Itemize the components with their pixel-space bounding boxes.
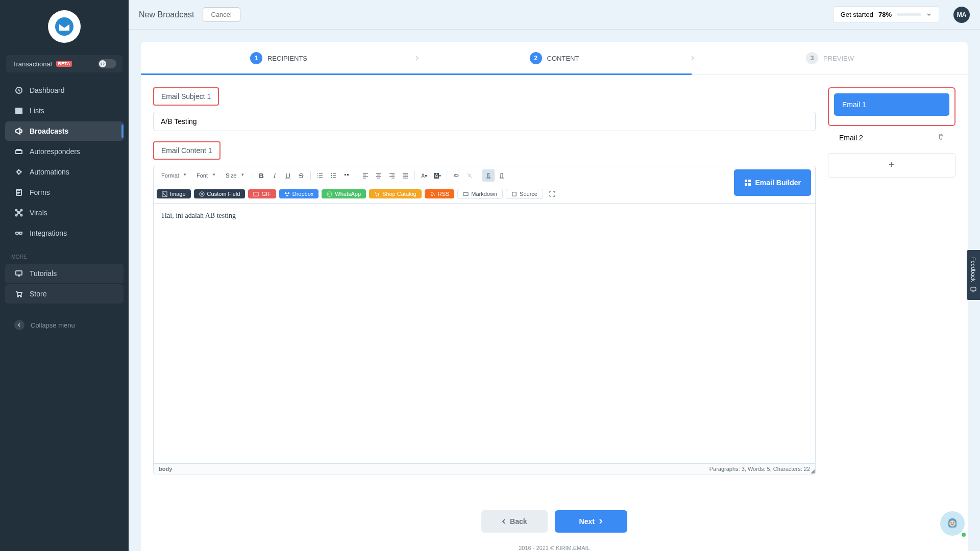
transactional-toggle[interactable]	[98, 59, 116, 68]
chat-widget[interactable]	[940, 511, 968, 539]
transactional-toggle-bar[interactable]: Transactional BETA	[6, 55, 122, 72]
unlink-button[interactable]	[463, 169, 476, 182]
virals-icon	[14, 208, 23, 217]
svg-point-27	[201, 193, 203, 195]
sidebar-item-forms[interactable]: Forms	[5, 183, 124, 202]
email-tab-label: Email 1	[842, 101, 866, 109]
sidebar-item-broadcasts[interactable]: Broadcasts	[5, 121, 124, 141]
whatsapp-button[interactable]: WhatsApp	[322, 189, 366, 198]
expand-icon	[549, 191, 555, 197]
transactional-label: Transactional	[12, 60, 52, 68]
source-button[interactable]: Source	[506, 189, 543, 199]
rss-button[interactable]: RSS	[425, 189, 455, 198]
toolbar-separator	[447, 171, 447, 180]
markdown-button[interactable]: Markdown	[457, 189, 503, 199]
svg-point-39	[953, 522, 954, 523]
email-builder-button[interactable]: Email Builder	[734, 169, 811, 196]
app-logo[interactable]	[48, 10, 81, 43]
align-right-button[interactable]	[386, 169, 398, 182]
step-preview[interactable]: 3 PREVIEW	[692, 42, 968, 74]
cancel-button[interactable]: Cancel	[203, 7, 240, 22]
align-center-button[interactable]	[373, 169, 385, 182]
sidebar-item-tutorials[interactable]: Tutorials	[5, 264, 124, 283]
ordered-list-button[interactable]	[314, 169, 326, 182]
strikethrough-button[interactable]: S	[295, 169, 307, 182]
format-select[interactable]: Format	[157, 170, 189, 181]
lists-icon	[14, 106, 23, 115]
align-justify-button[interactable]	[399, 169, 411, 182]
step-label: PREVIEW	[823, 55, 854, 62]
dropbox-button[interactable]: Dropbox	[279, 189, 319, 198]
feedback-tab[interactable]: Feedback	[967, 250, 980, 300]
svg-point-32	[431, 195, 432, 196]
toolbar-separator	[252, 171, 252, 180]
svg-point-17	[331, 173, 332, 174]
sidebar-item-store[interactable]: Store	[5, 284, 124, 304]
editor-content-area[interactable]: Hai, ini adalah AB testing	[153, 204, 816, 464]
editor-wrapper: Format Font Size B I U S	[153, 166, 816, 474]
blockquote-button[interactable]	[340, 169, 353, 182]
shop-catalog-button[interactable]: Shop Catalog	[369, 189, 422, 198]
sidebar-item-integrations[interactable]: Integrations	[5, 223, 124, 243]
svg-point-18	[331, 175, 332, 176]
editor-toolbar-row2: Image Custom Field GIF Dropbox WhatsApp …	[153, 185, 816, 204]
underline-button[interactable]: U	[282, 169, 294, 182]
add-email-button[interactable]	[828, 153, 955, 178]
step-recipients[interactable]: 1 RECIPIENTS	[141, 42, 416, 74]
toolbar-separator	[310, 171, 311, 180]
automations-icon	[14, 167, 23, 177]
resize-handle[interactable]	[811, 469, 815, 473]
svg-point-16	[20, 296, 21, 297]
align-left-button[interactable]	[359, 169, 372, 182]
main-content: 1 RECIPIENTS 2 CONTENT 3 PREVIEW Email S…	[129, 30, 980, 551]
svg-rect-21	[748, 180, 751, 182]
content-main-column: Email Subject 1 Email Content 1 Format F…	[153, 87, 816, 474]
email-tab-1[interactable]: Email 1	[834, 93, 949, 116]
collapse-menu-button[interactable]: Collapse menu	[5, 314, 124, 336]
forms-icon	[14, 188, 23, 197]
fullscreen-button[interactable]	[546, 188, 558, 200]
svg-point-38	[951, 522, 952, 523]
svg-point-15	[17, 296, 18, 297]
sidebar-item-dashboard[interactable]: Dashboard	[5, 81, 124, 100]
svg-point-30	[376, 195, 377, 196]
next-label: Next	[579, 517, 595, 525]
user-avatar[interactable]: MA	[953, 7, 970, 23]
sidebar-item-autoresponders[interactable]: Autoresponders	[5, 142, 124, 161]
sidebar-item-virals[interactable]: Virals	[5, 203, 124, 222]
unordered-list-button[interactable]	[327, 169, 339, 182]
svg-rect-13	[19, 232, 22, 234]
wizard-nav-footer: Back Next	[141, 495, 968, 538]
get-started-widget[interactable]: Get started 78%	[833, 6, 939, 23]
bold-button[interactable]: B	[255, 169, 267, 182]
size-select[interactable]: Size	[221, 170, 247, 181]
next-button[interactable]: Next	[555, 510, 627, 533]
nav-label: Automations	[30, 168, 69, 176]
kirim-email-logo-icon	[54, 16, 75, 37]
link-button[interactable]	[450, 169, 462, 182]
text-color-button[interactable]: A▾	[418, 169, 430, 182]
ltr-button[interactable]	[482, 169, 495, 182]
sidebar-item-lists[interactable]: Lists	[5, 101, 124, 120]
editor-element-path[interactable]: body	[159, 466, 172, 472]
more-section-label: MORE	[0, 244, 129, 263]
page-title: New Broadcast	[139, 10, 194, 19]
gif-button[interactable]: GIF	[248, 189, 276, 198]
bg-color-button[interactable]: A▾	[431, 169, 444, 182]
email-tab-2[interactable]: Email 2	[828, 126, 955, 149]
step-content[interactable]: 2 CONTENT	[416, 42, 692, 74]
svg-point-26	[199, 191, 204, 196]
custom-field-button[interactable]: Custom Field	[194, 189, 246, 198]
sidebar-item-automations[interactable]: Automations	[5, 162, 124, 182]
font-select[interactable]: Font	[192, 170, 218, 181]
support-avatar-icon	[943, 514, 962, 533]
editor-toolbar-row1: Format Font Size B I U S	[153, 166, 816, 185]
insert-image-button[interactable]: Image	[157, 189, 191, 198]
back-button[interactable]: Back	[481, 510, 547, 533]
rtl-button[interactable]	[496, 169, 508, 182]
copyright-text: 2016 - 2021 © KIRIM.EMAIL	[141, 538, 968, 551]
email-subject-input[interactable]	[153, 112, 816, 131]
delete-email-icon[interactable]	[937, 133, 944, 142]
source-icon	[511, 191, 517, 197]
italic-button[interactable]: I	[268, 169, 281, 182]
